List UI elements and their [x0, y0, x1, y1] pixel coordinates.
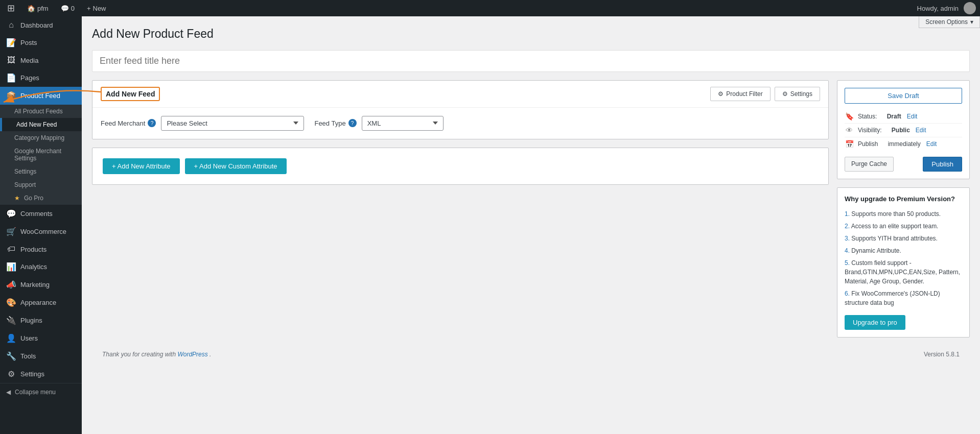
- publish-actions: Purge Cache Publish: [845, 157, 962, 172]
- comments-sidebar-icon: 💬: [6, 209, 16, 219]
- products-icon: 🏷: [6, 245, 16, 254]
- side-panel: Save Draft 🔖 Status: Draft Edit: [837, 80, 970, 346]
- purge-cache-label: Purge Cache: [851, 160, 887, 167]
- sidebar-item-comments[interactable]: 💬 Comments: [0, 205, 82, 223]
- appearance-icon: 🎨: [6, 298, 16, 307]
- submenu-item-support[interactable]: Support: [0, 178, 82, 191]
- submenu-label-support: Support: [14, 181, 36, 188]
- add-new-feed-highlight: Add New Feed: [101, 87, 160, 101]
- add-custom-attribute-button[interactable]: + Add New Custom Attribute: [185, 158, 287, 174]
- footer-thank-you: Thank you for creating with: [102, 351, 176, 358]
- marketing-icon: 📣: [6, 280, 16, 290]
- sidebar-item-posts[interactable]: 📝 Posts: [0, 34, 82, 52]
- sidebar-label-posts: Posts: [20, 39, 37, 46]
- merchant-select[interactable]: Please Select Google Shopping Facebook B…: [161, 116, 304, 131]
- settings-button[interactable]: ⚙ Settings: [775, 87, 820, 101]
- submenu-item-all-feeds[interactable]: All Product Feeds: [0, 105, 82, 118]
- screen-options-button[interactable]: Screen Options ▾: [919, 16, 980, 28]
- visibility-meta-item: 👁 Visibility: Public Edit: [845, 124, 962, 137]
- sidebar-item-appearance[interactable]: 🎨 Appearance: [0, 294, 82, 311]
- publish-time-edit-label: Edit: [926, 140, 937, 148]
- sidebar-label-marketing: Marketing: [20, 281, 50, 288]
- publish-time-icon: 📅: [845, 140, 854, 148]
- sidebar-item-product-feed[interactable]: 📦 Product Feed: [0, 87, 82, 105]
- sidebar-item-users[interactable]: 👤 Users: [0, 329, 82, 347]
- visibility-edit-label: Edit: [916, 127, 926, 134]
- attr-buttons: + Add New Attribute + Add New Custom Att…: [103, 158, 818, 174]
- feed-box-header: Add New Feed: [92, 81, 828, 108]
- sidebar-item-tools[interactable]: 🔧 Tools: [0, 347, 82, 365]
- star-icon: ★: [14, 195, 20, 202]
- attributes-box: + Add New Attribute + Add New Custom Att…: [92, 148, 829, 185]
- collapse-menu-button[interactable]: ◀ Collapse menu: [0, 383, 82, 401]
- screen-options-label: Screen Options: [925, 18, 968, 26]
- sidebar-label-woocommerce: WooCommerce: [20, 228, 66, 235]
- visibility-label-text: Visibility:: [858, 127, 881, 134]
- upgrade-to-pro-button[interactable]: Upgrade to pro: [845, 315, 905, 330]
- collapse-icon: ◀: [6, 389, 11, 396]
- product-feed-submenu: All Product Feeds Add New Feed Category …: [0, 105, 82, 205]
- purge-cache-button[interactable]: Purge Cache: [845, 157, 894, 172]
- feed-type-select[interactable]: XML CSV TSV XLS JSON: [362, 116, 444, 131]
- feed-type-label-text: Feed Type: [314, 119, 345, 127]
- new-content-link[interactable]: + New: [84, 0, 109, 16]
- site-icon: 🏠: [27, 5, 35, 12]
- submenu-label-all-feeds: All Product Feeds: [14, 108, 63, 115]
- sidebar-label-plugins: Plugins: [20, 317, 42, 324]
- sidebar-item-pages[interactable]: 📄 Pages: [0, 69, 82, 87]
- main-panel: Add New Feed: [92, 80, 829, 185]
- publish-button[interactable]: Publish: [923, 157, 962, 172]
- submenu-label-settings: Settings: [14, 168, 36, 175]
- visibility-edit-link[interactable]: Edit: [916, 127, 926, 134]
- premium-feature-2: Access to an elite support team.: [845, 220, 962, 232]
- save-draft-label: Save Draft: [888, 92, 919, 100]
- visibility-icon: 👁: [845, 126, 854, 134]
- sidebar-item-marketing[interactable]: 📣 Marketing: [0, 276, 82, 294]
- sidebar-label-users: Users: [20, 334, 38, 342]
- content-layout: Add New Feed: [92, 80, 970, 346]
- sidebar-label-appearance: Appearance: [20, 299, 56, 306]
- status-edit-label: Edit: [907, 113, 918, 120]
- sidebar-item-dashboard[interactable]: ⌂ Dashboard: [0, 16, 82, 34]
- sidebar-item-settings[interactable]: ⚙ Settings: [0, 365, 82, 383]
- page-title: Add New Product Feed: [92, 27, 970, 42]
- submenu-item-go-pro[interactable]: ★ Go Pro: [0, 191, 82, 205]
- product-filter-button[interactable]: ⚙ Product Filter: [710, 87, 770, 101]
- status-label-text: Status:: [858, 113, 877, 120]
- submenu-item-category-mapping[interactable]: Category Mapping: [0, 131, 82, 144]
- premium-box: Why upgrade to Premium Version? Supports…: [837, 187, 970, 337]
- feed-title-input[interactable]: [92, 50, 970, 72]
- add-attribute-button[interactable]: + Add New Attribute: [103, 158, 180, 174]
- comments-count: 0: [71, 5, 75, 12]
- sidebar-label-settings: Settings: [20, 370, 44, 378]
- pages-icon: 📄: [6, 73, 16, 83]
- sidebar-item-products[interactable]: 🏷 Products: [0, 240, 82, 258]
- comments-link[interactable]: 💬 0: [58, 0, 78, 16]
- sidebar-item-media[interactable]: 🖼 Media: [0, 52, 82, 69]
- sidebar-label-products: Products: [20, 246, 46, 253]
- submenu-item-settings[interactable]: Settings: [0, 165, 82, 178]
- submenu-label-category-mapping: Category Mapping: [14, 134, 64, 141]
- feed-type-field-group: Feed Type ? XML CSV TSV XLS JSON: [314, 116, 443, 131]
- publish-time-edit-link[interactable]: Edit: [926, 140, 937, 148]
- sidebar-item-woocommerce[interactable]: 🛒 WooCommerce: [0, 223, 82, 240]
- wp-logo-link[interactable]: ⊞: [4, 0, 18, 16]
- settings-label: Settings: [790, 90, 812, 98]
- add-attr-label: + Add New Attribute: [112, 162, 171, 170]
- submenu-item-add-new-feed[interactable]: Add New Feed: [0, 118, 82, 131]
- premium-feature-1: Supports more than 50 products.: [845, 208, 962, 220]
- save-draft-button[interactable]: Save Draft: [845, 88, 962, 104]
- woocommerce-icon: 🛒: [6, 227, 16, 236]
- site-name-link[interactable]: 🏠 pfm: [24, 0, 52, 16]
- feed-type-help-icon[interactable]: ?: [348, 119, 357, 127]
- wordpress-link[interactable]: WordPress: [177, 351, 209, 358]
- merchant-help-icon[interactable]: ?: [148, 119, 156, 127]
- submenu-item-google-merchant[interactable]: Google Merchant Settings: [0, 144, 82, 165]
- user-avatar: [964, 2, 976, 14]
- sidebar-item-plugins[interactable]: 🔌 Plugins: [0, 311, 82, 329]
- feed-type-label: Feed Type ?: [314, 119, 356, 127]
- publish-btn-label: Publish: [931, 160, 953, 168]
- status-edit-link[interactable]: Edit: [907, 113, 918, 120]
- sidebar-item-analytics[interactable]: 📊 Analytics: [0, 258, 82, 276]
- publish-box-inner: Save Draft 🔖 Status: Draft Edit: [837, 81, 969, 179]
